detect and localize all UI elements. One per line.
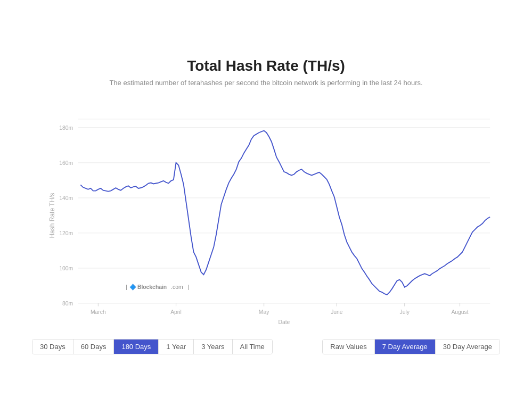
branding-separator-right: | (187, 284, 189, 289)
x-tick-july: July (400, 309, 410, 314)
time-range-button-group: 30 Days 60 Days 180 Days 1 Year 3 Years … (32, 339, 273, 354)
chart-subtitle: The estimated number of terahashes per s… (32, 79, 500, 87)
y-axis-label: Hash Rate TH/s (48, 193, 56, 238)
y-tick-180: 180m (59, 125, 73, 130)
x-tick-april: April (170, 309, 182, 314)
branding-domain: .com (171, 284, 183, 289)
btn-all-time[interactable]: All Time (233, 339, 272, 354)
y-tick-120: 120m (59, 230, 73, 236)
y-tick-160: 160m (59, 160, 73, 165)
btn-1-year[interactable]: 1 Year (159, 339, 194, 354)
x-axis-label: Date (278, 319, 290, 325)
chart-line (80, 130, 490, 294)
y-tick-140: 140m (59, 195, 73, 201)
x-tick-march: March (91, 309, 106, 314)
btn-3-years[interactable]: 3 Years (194, 339, 232, 354)
x-tick-june: June (331, 309, 343, 314)
btn-7-day-average[interactable]: 7 Day Average (375, 339, 436, 354)
chart-title: Total Hash Rate (TH/s) (32, 57, 500, 74)
btn-60-days[interactable]: 60 Days (73, 339, 114, 354)
view-button-group: Raw Values 7 Day Average 30 Day Average (322, 339, 500, 354)
btn-30-days[interactable]: 30 Days (32, 339, 73, 354)
x-tick-august: August (451, 309, 468, 314)
bottom-controls: 30 Days 60 Days 180 Days 1 Year 3 Years … (32, 339, 500, 354)
y-tick-80: 80m (62, 300, 73, 306)
x-tick-may: May (259, 309, 269, 314)
chart-container: Total Hash Rate (TH/s) The estimated num… (11, 42, 521, 365)
branding-name: Blockchain (137, 284, 167, 289)
main-chart-svg: 180m 160m 140m 120m 100m 80m March Apr (48, 103, 500, 326)
branding-icon: 🔷 (129, 283, 136, 290)
y-tick-100: 100m (59, 265, 73, 271)
btn-30-day-average[interactable]: 30 Day Average (436, 339, 500, 354)
btn-raw-values[interactable]: Raw Values (323, 339, 374, 354)
branding-separator-left: | (126, 284, 127, 289)
btn-180-days[interactable]: 180 Days (114, 339, 159, 354)
